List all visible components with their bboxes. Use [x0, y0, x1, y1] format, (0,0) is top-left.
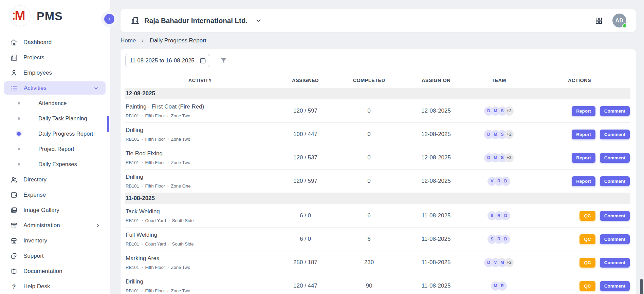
sidebar-item-expense[interactable]: Expense: [0, 187, 110, 202]
team-cell: VRD: [469, 177, 529, 186]
group-date-label: 12-08-2025: [126, 90, 155, 97]
sidebar-subitem-label: Daily Expenses: [38, 161, 77, 168]
sidebar-item-label: Dashboard: [23, 39, 103, 46]
team-avatar-group[interactable]: DVM+2: [484, 258, 514, 267]
comment-button[interactable]: Comment: [600, 234, 630, 244]
person-icon: [10, 69, 18, 77]
path-segment: Fifth Floor: [145, 113, 165, 118]
sidebar-collapse-button[interactable]: [104, 14, 114, 24]
sidebar-subitem-label: Attendance: [38, 100, 67, 106]
comment-button[interactable]: Comment: [600, 211, 630, 221]
path-segment: Fifth Floor: [145, 137, 165, 142]
breadcrumb-home-link[interactable]: Home: [121, 37, 136, 44]
qc-button[interactable]: QC: [579, 211, 595, 221]
sidebar-item-support[interactable]: Support: [0, 248, 110, 263]
team-avatar-group[interactable]: DMS+2: [484, 130, 514, 139]
team-avatar-group[interactable]: DMS+2: [484, 153, 514, 162]
team-avatar[interactable]: R: [498, 281, 507, 291]
user-avatar[interactable]: AD: [612, 14, 626, 27]
comment-button[interactable]: Comment: [600, 106, 630, 116]
team-avatar-group[interactable]: SRD: [487, 211, 510, 220]
path-chevron-icon: ›: [142, 114, 143, 118]
activity-cell: Painting - First Coat (Fire Red)RB101›Fi…: [125, 103, 276, 118]
qc-button[interactable]: QC: [579, 234, 595, 244]
sidebar-subitem-label: Project Report: [38, 146, 74, 152]
sidebar-subitem-attendance[interactable]: Attendance: [0, 96, 110, 111]
logo: M PMS: [0, 0, 110, 26]
column-header-team: TEAM: [469, 78, 529, 83]
activity-path: RB101›Court Yard›South Side: [126, 241, 272, 247]
logo-text: PMS: [37, 9, 63, 23]
activity-path: RB101›Fifth Floor›Zone One: [126, 183, 272, 189]
receipt-icon: [10, 191, 18, 199]
activity-name: Marking Area: [126, 255, 272, 262]
comment-button[interactable]: Comment: [600, 176, 630, 186]
store-icon: [10, 237, 18, 244]
comment-button[interactable]: Comment: [600, 153, 630, 163]
team-avatar-group[interactable]: DMS+2: [484, 106, 514, 116]
activity-cell: Tack WeldingRB101›Court Yard›South Side: [125, 208, 276, 223]
team-extra-badge[interactable]: +2: [504, 153, 514, 162]
report-button[interactable]: Report: [572, 130, 595, 139]
team-avatar-group[interactable]: VRD: [487, 177, 510, 186]
sidebar-item-dashboard[interactable]: Dashboard: [0, 35, 110, 50]
sidebar-item-inventory[interactable]: Inventory: [0, 233, 110, 248]
path-segment: Zone Two: [171, 113, 190, 118]
comment-button[interactable]: Comment: [600, 281, 630, 291]
sidebar-item-label: Help Desk: [23, 283, 103, 290]
team-extra-badge[interactable]: +2: [504, 106, 514, 116]
report-button[interactable]: Report: [572, 106, 595, 116]
assigned-value: 120 / 597: [276, 107, 335, 114]
comment-button[interactable]: Comment: [600, 130, 630, 139]
sidebar-subitem-daily-task-planning[interactable]: Daily Task Planning: [0, 111, 110, 126]
sidebar-item-employees[interactable]: Employees: [0, 65, 110, 80]
sidebar-item-projects[interactable]: Projects: [0, 50, 110, 65]
sidebar-subitem-daily-expenses[interactable]: Daily Expenses: [0, 157, 110, 172]
report-button[interactable]: Report: [572, 176, 595, 186]
team-cell: DMS+2: [469, 130, 529, 139]
book-icon: [10, 268, 18, 275]
team-extra-badge[interactable]: +2: [504, 258, 514, 267]
path-segment: Fifth Floor: [145, 288, 165, 293]
comment-button[interactable]: Comment: [600, 258, 630, 268]
company-name: Raja Bahadur International Ltd.: [144, 17, 247, 25]
team-extra-badge[interactable]: +2: [504, 130, 514, 139]
company-selector[interactable]: Raja Bahadur International Ltd.: [131, 16, 262, 25]
qc-button[interactable]: QC: [579, 258, 595, 268]
team-avatar-group[interactable]: SRD: [487, 235, 510, 244]
sidebar-item-activities[interactable]: Activities: [4, 81, 106, 95]
team-avatar[interactable]: D: [501, 177, 510, 186]
date-range-input[interactable]: 11-08-2025 to 16-08-2025: [125, 54, 210, 67]
sidebar-item-help-desk[interactable]: ? Help Desk: [0, 279, 110, 294]
activity-path: RB101›Court Yard›South Side: [126, 218, 272, 223]
sidebar-item-documentation[interactable]: Documentation: [0, 263, 110, 279]
report-button[interactable]: Report: [572, 153, 595, 163]
sidebar-item-image-gallary[interactable]: Image Gallary: [0, 202, 110, 218]
scrollbar-thumb[interactable]: [640, 279, 643, 294]
path-segment: Court Yard: [145, 218, 166, 223]
sidebar-item-directory[interactable]: Directory: [0, 172, 110, 187]
assign-on-date: 12-08-2025: [403, 131, 469, 138]
filter-icon[interactable]: [219, 56, 228, 65]
bullet-icon: [16, 163, 21, 165]
team-avatar-group[interactable]: MR: [491, 281, 507, 291]
sidebar-item-administration[interactable]: Administration: [0, 218, 110, 233]
assigned-value: 120 / 537: [276, 154, 335, 161]
column-header-completed: COMPLETED: [335, 78, 403, 83]
apps-grid-icon[interactable]: [595, 17, 603, 25]
team-avatar[interactable]: D: [501, 235, 510, 244]
qc-button[interactable]: QC: [579, 281, 595, 291]
top-header: Raja Bahadur International Ltd. AD: [121, 9, 636, 32]
team-avatar[interactable]: D: [501, 211, 510, 220]
path-segment: RB101: [126, 218, 139, 223]
sidebar-subitem-project-report[interactable]: Project Report: [0, 141, 110, 157]
table-row: Tack WeldingRB101›Court Yard›South Side6…: [125, 204, 630, 227]
path-chevron-icon: ›: [167, 114, 169, 118]
assign-on-date: 12-08-2025: [403, 107, 469, 114]
path-segment: Zone Two: [171, 265, 190, 270]
home-icon: [10, 39, 18, 46]
sidebar-subitem-daily-progress-report[interactable]: Daily Progress Report: [0, 126, 110, 141]
date-group-row: 12-08-2025: [125, 88, 630, 99]
table-row: Marking AreaRB101›Fifth Floor›Zone Two25…: [125, 251, 630, 274]
row-actions: ReportComment: [529, 176, 630, 186]
